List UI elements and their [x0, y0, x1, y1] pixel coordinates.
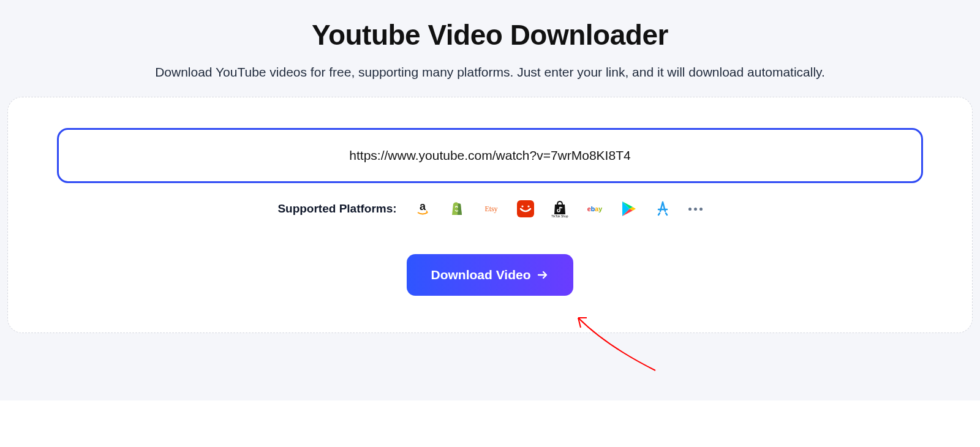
- more-platforms-icon[interactable]: [688, 208, 703, 211]
- svg-text:Etsy: Etsy: [484, 205, 497, 213]
- svg-point-3: [521, 205, 523, 207]
- svg-point-4: [527, 205, 529, 207]
- page-title: Youtube Video Downloader: [0, 18, 980, 51]
- tiktok-shop-icon: TikTok Shop: [551, 200, 568, 217]
- app-store-icon: [654, 200, 671, 217]
- arrow-right-icon: [537, 269, 549, 281]
- footer-strip: [0, 400, 980, 447]
- svg-rect-2: [517, 200, 534, 217]
- google-play-icon: [620, 200, 637, 217]
- platforms-row: Supported Platforms: a Etsy: [57, 200, 923, 217]
- svg-text:y: y: [598, 205, 602, 212]
- downloader-card: Supported Platforms: a Etsy: [7, 97, 973, 333]
- shopify-icon: [448, 200, 466, 217]
- platforms-label: Supported Platforms:: [277, 202, 396, 216]
- download-button-label: Download Video: [431, 268, 531, 282]
- svg-text:b: b: [590, 205, 595, 212]
- ebay-icon: e b a y: [586, 200, 603, 217]
- etsy-icon: Etsy: [483, 200, 500, 217]
- amazon-icon: a: [414, 200, 431, 217]
- svg-text:TikTok Shop: TikTok Shop: [551, 214, 568, 218]
- svg-text:a: a: [420, 200, 426, 212]
- aliexpress-icon: [517, 200, 534, 217]
- svg-text:a: a: [595, 205, 598, 212]
- page-subtitle: Download YouTube videos for free, suppor…: [0, 65, 980, 80]
- svg-text:e: e: [587, 205, 590, 212]
- download-video-button[interactable]: Download Video: [407, 254, 574, 296]
- url-input[interactable]: [57, 128, 923, 183]
